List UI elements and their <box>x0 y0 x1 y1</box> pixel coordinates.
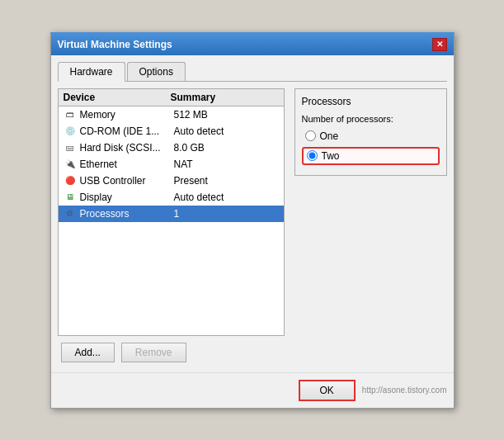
radio-one[interactable] <box>305 130 316 141</box>
table-row[interactable]: ⚙ Processors 1 <box>59 206 284 222</box>
ethernet-icon: 🔌 <box>64 158 77 171</box>
hdd-icon: 🖴 <box>64 141 77 154</box>
device-summary: 1 <box>174 208 279 220</box>
num-processors-label: Number of processors: <box>302 114 393 124</box>
device-name: Processors <box>80 208 174 220</box>
num-processors-row: Number of processors: <box>302 114 440 124</box>
table-header: Device Summary <box>59 89 284 106</box>
add-button[interactable]: Add... <box>61 343 115 362</box>
device-name: Display <box>80 192 174 203</box>
table-row[interactable]: 🖴 Hard Disk (SCSI... 8.0 GB <box>59 140 284 156</box>
radio-row-two: Two <box>302 147 440 165</box>
device-summary: Auto detect <box>174 125 279 137</box>
processors-group-label: Processors <box>302 96 440 107</box>
title-bar-buttons: ✕ <box>432 38 447 51</box>
table-row[interactable]: 🔌 Ethernet NAT <box>59 156 284 173</box>
device-name: Hard Disk (SCSI... <box>80 142 174 154</box>
memory-icon: 🗃 <box>64 108 77 121</box>
ok-button[interactable]: OK <box>299 380 356 401</box>
table-row[interactable]: 🔴 USB Controller Present <box>59 173 284 189</box>
usb-icon: 🔴 <box>64 174 77 187</box>
device-summary: Auto detect <box>174 192 279 203</box>
col-device-header: Device <box>64 92 171 103</box>
device-summary: Present <box>174 175 279 187</box>
processors-group: Processors Number of processors: One Two <box>294 88 447 176</box>
tabs: Hardware Options <box>58 62 447 82</box>
tab-options[interactable]: Options <box>127 62 186 81</box>
remove-button[interactable]: Remove <box>121 343 186 362</box>
device-panel-container: Device Summary 🗃 Memory 512 MB 💿 CD-ROM … <box>58 88 285 362</box>
display-icon: 🖥 <box>64 191 77 204</box>
watermark-text: http://asone.tistory.com <box>362 386 447 395</box>
col-summary-header: Summary <box>171 92 279 103</box>
device-summary: 512 MB <box>174 109 279 121</box>
right-panel: Processors Number of processors: One Two <box>294 88 447 362</box>
window-title: Virtual Machine Settings <box>58 39 172 50</box>
device-name: Ethernet <box>80 158 174 170</box>
tab-hardware[interactable]: Hardware <box>58 62 125 82</box>
radio-one-label: One <box>320 130 339 142</box>
radio-two-label: Two <box>322 150 340 162</box>
cdrom-icon: 💿 <box>64 125 77 138</box>
device-action-buttons: Add... Remove <box>58 343 285 362</box>
processor-icon: ⚙ <box>64 207 77 220</box>
main-window: Virtual Machine Settings ✕ Hardware Opti… <box>50 32 455 409</box>
device-name: Memory <box>80 109 174 121</box>
radio-two[interactable] <box>307 150 318 161</box>
close-button[interactable]: ✕ <box>432 38 447 51</box>
tab-content: Device Summary 🗃 Memory 512 MB 💿 CD-ROM … <box>58 88 447 362</box>
table-row[interactable]: 💿 CD-ROM (IDE 1... Auto detect <box>59 123 284 140</box>
device-summary: 8.0 GB <box>174 142 279 154</box>
device-name: CD-ROM (IDE 1... <box>80 125 174 137</box>
table-row[interactable]: 🗃 Memory 512 MB <box>59 106 284 123</box>
table-row[interactable]: 🖥 Display Auto detect <box>59 189 284 206</box>
device-table: Device Summary 🗃 Memory 512 MB 💿 CD-ROM … <box>58 88 285 336</box>
footer: OK http://asone.tistory.com <box>51 372 454 408</box>
device-summary: NAT <box>174 158 279 170</box>
title-bar: Virtual Machine Settings ✕ <box>51 34 454 55</box>
window-content: Hardware Options Device Summary 🗃 Memory… <box>51 55 454 369</box>
device-name: USB Controller <box>80 175 174 187</box>
radio-row-one: One <box>302 129 440 144</box>
